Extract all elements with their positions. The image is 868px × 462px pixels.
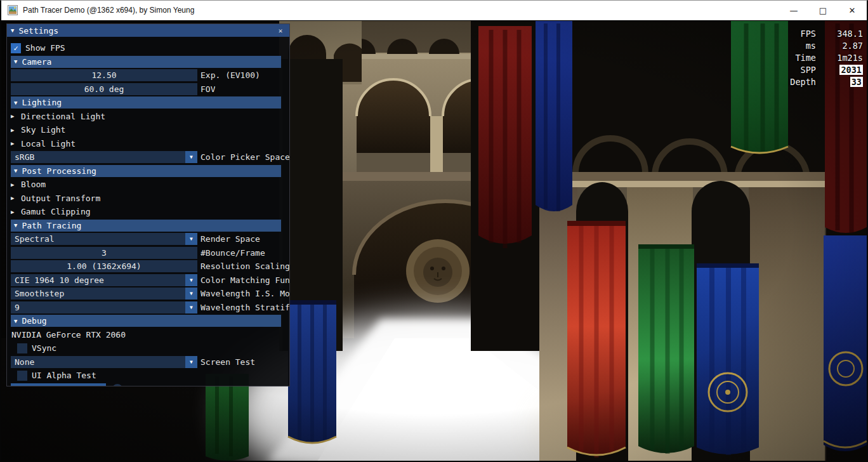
panel-close-icon[interactable]: ✕ — [275, 27, 286, 35]
toggle-fullscreen-button[interactable]: Toggle Full Screen — [11, 383, 106, 387]
chevron-closed-icon: ▶ — [11, 113, 21, 119]
screen-test-row: None ▼ Screen Test — [11, 356, 289, 368]
chevron-down-icon[interactable]: ▼ — [185, 301, 197, 314]
close-icon: ✕ — [849, 6, 856, 15]
combo-value: CIE 1964 10 degree — [11, 275, 185, 285]
section-header-debug[interactable]: ▼ Debug — [11, 315, 281, 327]
ms-value: 2.87 — [821, 40, 863, 52]
show-fps-checkbox[interactable]: ✓ — [11, 43, 21, 53]
tree-node-gamut-clipping[interactable]: ▶ Gamut Clipping — [11, 206, 289, 218]
settings-panel: ▼ Settings ✕ ✓ Show FPS ▼ Camera 12.50 E… — [6, 23, 290, 386]
gpu-name: NVIDIA GeForce RTX 2060 — [11, 330, 126, 340]
post-processing-header-label: Post Processing — [22, 166, 96, 176]
os-titlebar[interactable]: Path Tracer Demo (@1362 x694), by Simon … — [1, 1, 867, 20]
fps-value: 348.1 — [821, 28, 863, 40]
bounce-input[interactable]: 3 — [11, 247, 197, 259]
spp-label: SPP — [787, 64, 816, 76]
chevron-down-icon[interactable]: ▼ — [185, 233, 197, 245]
vsync-checkbox[interactable] — [17, 343, 27, 353]
combo-value: None — [11, 357, 185, 367]
check-icon: ✓ — [13, 44, 18, 52]
fov-input[interactable]: 60.0 deg — [11, 83, 197, 95]
color-picker-space-label: Color Picker Space — [201, 152, 289, 162]
chevron-open-icon: ▼ — [14, 58, 17, 65]
time-value: 1m21s — [821, 52, 863, 64]
fov-row: 60.0 deg FOV — [11, 83, 289, 95]
section-header-post-processing[interactable]: ▼ Post Processing — [11, 165, 281, 177]
combo-value: Smoothstep — [11, 289, 185, 298]
resolution-scaling-label: Resolution Scaling — [201, 261, 289, 271]
chevron-down-icon[interactable]: ▼ — [185, 151, 197, 163]
color-picker-space-combo[interactable]: sRGB ▼ — [11, 151, 197, 163]
color-picker-space-row: sRGB ▼ Color Picker Space — [11, 151, 289, 163]
ui-alpha-test-label: UI Alpha Test — [32, 371, 96, 380]
color-matching-combo[interactable]: CIE 1964 10 degree ▼ — [11, 274, 197, 286]
app-window: Path Tracer Demo (@1362 x694), by Simon … — [0, 0, 868, 462]
lighting-header-label: Lighting — [22, 98, 62, 107]
color-matching-row: CIE 1964 10 degree ▼ Color Matching Fun — [11, 274, 289, 286]
resolution-value: 1.00 (1362x694) — [67, 261, 141, 271]
tree-node-label: Sky Light — [21, 125, 65, 135]
chevron-down-icon[interactable]: ▼ — [185, 287, 197, 300]
render-space-label: Render Space — [201, 234, 260, 244]
maximize-icon: □ — [819, 6, 827, 15]
borderless-windowed-radio[interactable] — [112, 384, 122, 386]
section-header-path-tracing[interactable]: ▼ Path Tracing — [11, 220, 281, 232]
borderless-windowed-label: Borderless Windowed — [127, 385, 221, 387]
tree-node-sky-light[interactable]: ▶ Sky Light — [11, 124, 289, 136]
tree-node-local-light[interactable]: ▶ Local Light — [11, 138, 289, 150]
show-fps-row: ✓ Show FPS — [11, 42, 289, 54]
screen-test-combo[interactable]: None ▼ — [11, 356, 197, 368]
chevron-open-icon: ▼ — [14, 222, 17, 228]
fps-label: FPS — [787, 28, 816, 40]
show-fps-label: Show FPS — [25, 43, 65, 53]
tree-node-bloom[interactable]: ▶ Bloom — [11, 178, 289, 190]
wavelength-is-combo[interactable]: Smoothstep ▼ — [11, 287, 197, 300]
vsync-row: VSync — [11, 342, 289, 354]
window-title: Path Tracer Demo (@1362 x694), by Simon … — [23, 6, 779, 15]
tree-node-directional-light[interactable]: ▶ Directional Light — [11, 110, 289, 122]
render-viewport: FPS 348.1 ms 2.87 Time 1m21s SPP 2031 De… — [1, 21, 867, 461]
section-header-camera[interactable]: ▼ Camera — [11, 56, 281, 68]
chevron-closed-icon: ▶ — [11, 195, 21, 201]
chevron-closed-icon: ▶ — [11, 209, 21, 215]
depth-label: Depth — [787, 76, 816, 88]
exposure-input[interactable]: 12.50 — [11, 69, 197, 81]
ui-alpha-test-checkbox[interactable] — [17, 371, 27, 381]
screen-test-label: Screen Test — [201, 357, 255, 367]
gpu-name-row: NVIDIA GeForce RTX 2060 — [11, 329, 289, 341]
chevron-open-icon[interactable]: ▼ — [11, 27, 14, 34]
toggle-fullscreen-label: Toggle Full Screen — [14, 385, 103, 387]
tree-node-output-transform[interactable]: ▶ Output Transform — [11, 192, 289, 204]
chevron-closed-icon: ▶ — [11, 182, 21, 188]
wavelength-strat-label: Wavelength Stratif — [201, 303, 289, 312]
depth-value: 33 — [821, 76, 863, 88]
bounce-label: #Bounce/Frame — [201, 248, 265, 258]
spp-value: 2031 — [821, 64, 863, 76]
tree-node-label: Local Light — [21, 139, 76, 148]
ms-label: ms — [787, 40, 816, 52]
render-space-combo[interactable]: Spectral ▼ — [11, 233, 197, 245]
tree-node-label: Directional Light — [21, 112, 105, 121]
fov-value: 60.0 deg — [84, 84, 124, 94]
chevron-down-icon[interactable]: ▼ — [185, 274, 197, 286]
camera-header-label: Camera — [22, 57, 51, 67]
wavelength-strat-combo[interactable]: 9 ▼ — [11, 301, 197, 314]
maximize-button[interactable]: □ — [808, 1, 838, 20]
close-button[interactable]: ✕ — [838, 1, 867, 20]
settings-titlebar[interactable]: ▼ Settings ✕ — [7, 24, 289, 37]
chevron-closed-icon: ▶ — [11, 140, 21, 147]
window-mode-row: Toggle Full Screen Borderless Windowed — [11, 383, 289, 387]
wavelength-is-label: Wavelength I.S. Mo — [201, 289, 289, 298]
tree-node-label: Output Transform — [21, 194, 100, 203]
bounce-value: 3 — [102, 248, 107, 258]
fov-label: FOV — [201, 84, 215, 94]
chevron-down-icon[interactable]: ▼ — [185, 356, 197, 368]
section-header-lighting[interactable]: ▼ Lighting — [11, 96, 281, 109]
minimize-button[interactable]: — — [779, 1, 808, 20]
minimize-icon: — — [790, 6, 798, 15]
tree-node-label: Gamut Clipping — [21, 207, 91, 216]
resolution-scaling-input[interactable]: 1.00 (1362x694) — [11, 260, 197, 272]
chevron-open-icon: ▼ — [14, 100, 17, 106]
wavelength-is-row: Smoothstep ▼ Wavelength I.S. Mo — [11, 287, 289, 300]
